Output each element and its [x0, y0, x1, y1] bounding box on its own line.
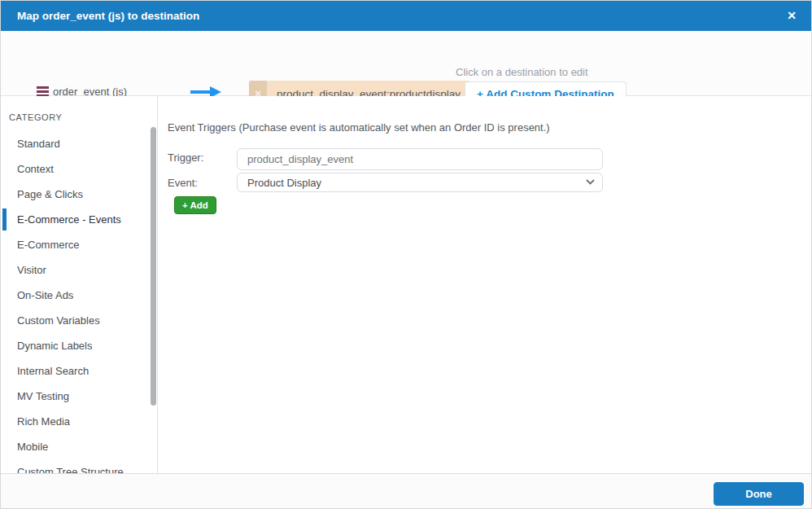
modal-footer: Done: [1, 473, 811, 509]
sidebar-item-custom-variables[interactable]: Custom Variables: [1, 308, 157, 333]
sidebar-item-e-commerce[interactable]: E-Commerce: [1, 232, 157, 257]
sidebar-item-on-site-ads[interactable]: On-Site Ads: [1, 283, 157, 308]
event-label: Event:: [168, 177, 198, 189]
modal-title: Map order_event (js) to destination: [17, 1, 199, 31]
sidebar-item-context[interactable]: Context: [1, 156, 157, 182]
done-button[interactable]: Done: [714, 482, 804, 506]
category-sidebar: CATEGORY StandardContextPage & ClicksE-C…: [1, 96, 158, 473]
destination-bar: order_event (js) ✕ product_display_event…: [1, 31, 811, 96]
trigger-label: Trigger:: [168, 151, 203, 164]
event-select[interactable]: Product Display: [237, 173, 603, 192]
sidebar-item-mobile[interactable]: Mobile: [1, 434, 157, 459]
destination-hint-text: Click on a destination to edit: [456, 66, 588, 78]
sidebar-item-internal-search[interactable]: Internal Search: [1, 358, 157, 384]
add-trigger-button[interactable]: + Add: [174, 196, 216, 214]
sidebar-item-mv-testing[interactable]: MV Testing: [1, 384, 157, 409]
sidebar-item-visitor[interactable]: Visitor: [1, 257, 157, 283]
close-icon[interactable]: ✕: [784, 1, 800, 31]
event-triggers-description: Event Triggers (Purchase event is automa…: [168, 121, 550, 134]
sidebar-item-dynamic-labels[interactable]: Dynamic Labels: [1, 333, 157, 358]
category-list: StandardContextPage & ClicksE-Commerce -…: [1, 131, 157, 473]
sidebar-item-page-clicks[interactable]: Page & Clicks: [1, 182, 157, 207]
sidebar-scrollbar-thumb[interactable]: [151, 127, 156, 406]
map-destination-modal: Map order_event (js) to destination ✕ or…: [0, 0, 812, 509]
sidebar-item-rich-media[interactable]: Rich Media: [1, 409, 157, 434]
sidebar-item-custom-tree-structure[interactable]: Custom Tree Structure: [1, 459, 157, 473]
sidebar-item-e-commerce-events[interactable]: E-Commerce - Events: [1, 207, 157, 232]
trigger-input[interactable]: [237, 148, 603, 170]
category-heading: CATEGORY: [9, 112, 63, 122]
event-select-wrap: Product Display: [237, 173, 603, 192]
sidebar-item-standard[interactable]: Standard: [1, 131, 157, 156]
modal-header: Map order_event (js) to destination ✕: [1, 1, 811, 31]
